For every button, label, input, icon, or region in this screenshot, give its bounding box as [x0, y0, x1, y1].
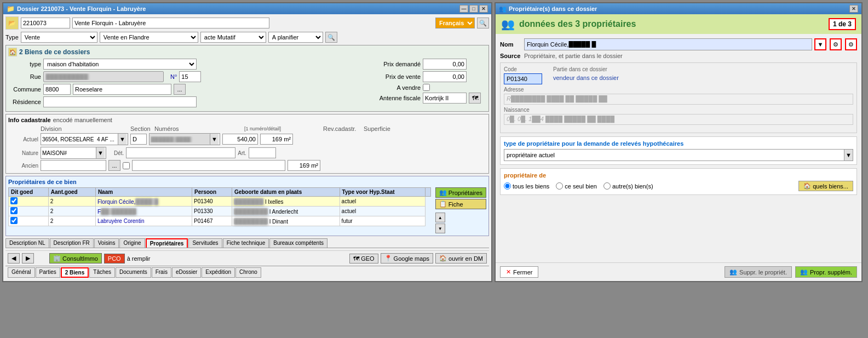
radio-ce-seul-bien[interactable]: ce seul bien — [556, 182, 597, 190]
residence-input[interactable] — [43, 96, 197, 107]
google-maps-button[interactable]: 📍 Google maps — [381, 253, 433, 263]
main-tab-taches[interactable]: Tâches — [89, 267, 115, 278]
a-vendre-checkbox[interactable] — [423, 84, 430, 91]
acte-select[interactable]: acte Mutatif — [200, 32, 266, 43]
antenne-input[interactable] — [423, 93, 467, 104]
right-title-bar: 👥 Propriétaire(s) dans ce dossier ✕ — [496, 3, 861, 14]
radio-tous-biens[interactable]: tous les biens — [504, 182, 549, 190]
prix-vente-input[interactable] — [423, 71, 467, 82]
fermer-button[interactable]: ✕ Fermer — [500, 266, 538, 278]
tab-bureaux[interactable]: Bureaux compétents — [269, 238, 327, 248]
prop-cb-3[interactable] — [10, 217, 18, 224]
table-row[interactable]: 2 Florquin Cécile,████ █ P01340 ███████ … — [9, 197, 431, 207]
tab-proprietaires[interactable]: Propriétaires — [146, 238, 188, 248]
main-tab-edossier[interactable]: eDossier — [172, 267, 201, 278]
main-tab-expedition[interactable]: Expédition — [202, 267, 235, 278]
table-row[interactable]: 2 F██ ██████ P01330 ████████ l Anderlech… — [9, 207, 431, 216]
main-tab-documents[interactable]: Documents — [116, 267, 151, 278]
code-input[interactable] — [504, 73, 542, 84]
propr-button[interactable]: 👥 Propr. supplém. — [795, 266, 857, 278]
dossier-name-input[interactable] — [72, 18, 269, 28]
maximize-button[interactable]: □ — [469, 5, 478, 13]
tab-servitudes[interactable]: Servitudes — [188, 238, 222, 248]
type-bien-select[interactable]: maison d'habitation — [43, 59, 197, 70]
scroll-up-button[interactable]: ▲ — [435, 213, 445, 222]
prix-demande-input[interactable] — [423, 59, 467, 70]
header-title: données des 3 propriétaires — [519, 19, 636, 29]
main-tab-parties[interactable]: Parties — [36, 267, 60, 278]
nom-settings-button1[interactable]: ⚙ — [830, 38, 842, 50]
nature-dropdown[interactable]: ▼ — [96, 147, 105, 158]
fiche-button[interactable]: 📋 Fiche — [435, 199, 486, 209]
antenne-search-button[interactable]: 🗺 — [469, 93, 481, 104]
scroll-down-button[interactable]: ▼ — [435, 224, 445, 233]
pco-button[interactable]: PCO — [104, 254, 125, 263]
consult-immo-button[interactable]: 🏢 ConsultImmo — [49, 253, 102, 263]
nav-back-button[interactable]: ◀ — [8, 253, 20, 263]
type-select[interactable]: Vente — [21, 32, 97, 43]
quels-biens-button[interactable]: 🏠 quels biens... — [798, 181, 853, 191]
det-label: Dét. — [114, 150, 124, 156]
suppr-button[interactable]: 👥 Suppr. le propriét. — [725, 266, 792, 278]
tab-description-nl[interactable]: Description NL — [5, 238, 49, 248]
tab-fiche-technique[interactable]: Fiche technique — [223, 238, 269, 248]
minimize-button[interactable]: — — [459, 5, 468, 13]
det-input[interactable] — [126, 147, 235, 158]
main-tab-general[interactable]: Général — [8, 267, 35, 278]
ancien-superficie-input[interactable] — [288, 160, 320, 171]
ancien-input[interactable] — [41, 160, 106, 171]
commune-search-button[interactable]: ... — [174, 84, 186, 95]
radio-autres-biens[interactable]: autre(s) bien(s) — [603, 182, 653, 190]
prop-cb-1[interactable] — [10, 197, 18, 204]
prop-aant-1: 2 — [48, 197, 95, 207]
folder-icon[interactable]: 📂 — [5, 16, 19, 30]
tab-voisins[interactable]: Voisins — [94, 238, 119, 248]
proprietaires-button[interactable]: 👥 Propriétaires — [435, 187, 486, 198]
commune-code-input[interactable] — [43, 84, 71, 95]
main-tab-chrono[interactable]: Chrono — [235, 267, 261, 278]
nom-input[interactable] — [524, 38, 812, 50]
language-select[interactable]: Français — [435, 18, 475, 28]
numeros-dropdown[interactable]: ▼ — [210, 134, 219, 145]
num-input[interactable] — [179, 71, 201, 82]
dossier-id-input[interactable] — [21, 18, 70, 28]
ancien-cb1[interactable] — [123, 162, 130, 169]
commune-name-input[interactable] — [73, 84, 171, 95]
search-button[interactable]: 🔍 — [477, 18, 489, 28]
prop-cb-2[interactable] — [10, 207, 18, 214]
nav-forward-button[interactable]: ▶ — [22, 253, 34, 263]
planifier-search-button[interactable]: 🔍 — [325, 32, 337, 43]
art-label: Art. — [238, 150, 246, 156]
ancien-input2[interactable] — [132, 160, 285, 171]
hyp-select-input[interactable] — [504, 150, 844, 161]
code-label: Code — [504, 66, 542, 72]
rue-input[interactable] — [43, 71, 164, 82]
planifier-select[interactable]: A planifier — [268, 32, 323, 43]
division-dropdown[interactable]: ▼ — [118, 134, 127, 145]
ouvrir-dm-button[interactable]: 🏠 ouvrir en DM — [435, 253, 487, 263]
nom-settings-button2[interactable]: ⚙ — [845, 38, 857, 50]
ancien-search-button[interactable]: ... — [108, 160, 120, 171]
division-input[interactable] — [41, 134, 118, 145]
superficie-input[interactable] — [260, 134, 293, 145]
table-row[interactable]: 2 Labruyère Corentin P01467 ████████ l D… — [9, 216, 431, 226]
rev-input[interactable] — [222, 134, 258, 145]
commune-label: Commune — [8, 86, 41, 93]
geo-button[interactable]: 🗺 GEO — [349, 254, 378, 263]
tab-description-fr[interactable]: Description FR — [50, 238, 94, 248]
numeros-input[interactable] — [150, 134, 210, 145]
tab-origine[interactable]: Origine — [119, 238, 145, 248]
naissance-value: 0█. 0█. 1██4 ████ █████ ██ ████ — [504, 114, 853, 125]
section-input[interactable] — [130, 134, 147, 145]
hyp-dropdown-arrow[interactable]: ▼ — [844, 150, 853, 161]
nom-dropdown-button[interactable]: ▼ — [814, 38, 826, 50]
close-button[interactable]: ✕ — [479, 5, 488, 13]
main-tab-2biens[interactable]: 2 Biens — [61, 267, 89, 278]
biens-icon: 🏠 — [8, 48, 17, 56]
nature-input[interactable] — [41, 147, 96, 158]
right-close-button[interactable]: ✕ — [849, 5, 858, 13]
main-tab-frais[interactable]: Frais — [152, 267, 171, 278]
vente-flandre-select[interactable]: Vente en Flandre — [100, 32, 198, 43]
art-input[interactable] — [249, 147, 276, 158]
consult-immo-icon: 🏢 — [53, 255, 61, 262]
